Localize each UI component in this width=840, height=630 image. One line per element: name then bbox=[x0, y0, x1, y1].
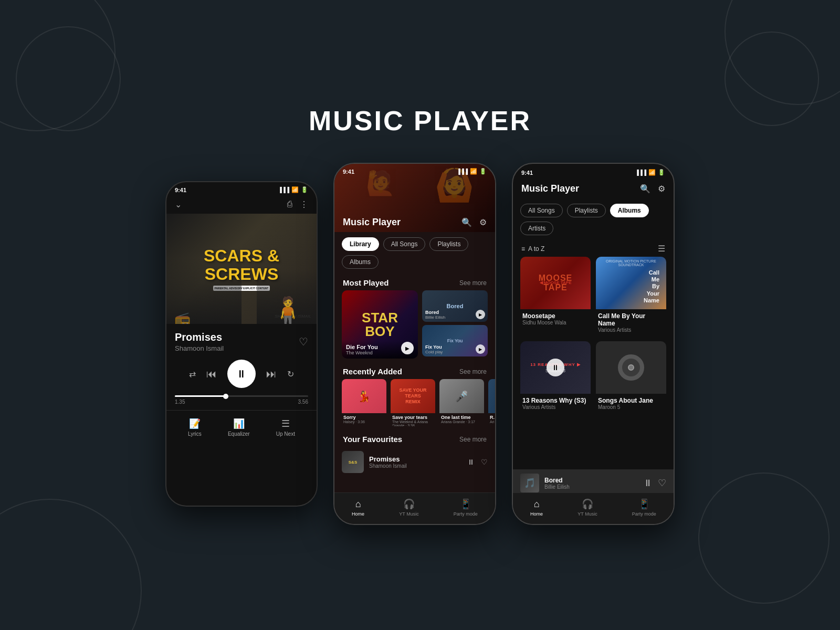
reasons-play-overlay[interactable]: ⏸ bbox=[520, 341, 591, 394]
moosetape-card[interactable]: ◀ MOOSE TAPE MOOSETAPE Moosetape Sidhu M… bbox=[520, 257, 591, 336]
nav-partymode-3[interactable]: 📱 Party mode bbox=[632, 498, 656, 517]
bored-play[interactable]: ▶ bbox=[476, 310, 485, 319]
next-btn[interactable]: ⏭ bbox=[266, 368, 277, 380]
upnext-btn[interactable]: ☰ Up Next bbox=[276, 418, 295, 437]
equalizer-btn[interactable]: 📊 Equalizer bbox=[228, 418, 250, 437]
your-favourites-see-more[interactable]: See more bbox=[459, 436, 487, 443]
app-header-3: Music Player 🔍 ⚙ bbox=[513, 178, 674, 198]
prev-btn[interactable]: ⏮ bbox=[206, 368, 217, 380]
reasons-artist: Various Artists bbox=[522, 404, 589, 410]
tab-allsongs-3[interactable]: All Songs bbox=[520, 204, 563, 217]
ytmusic-label-3: YT Music bbox=[578, 511, 597, 517]
player-header: ⌄ ⎙ ⋮ bbox=[166, 195, 317, 214]
wifi-icon-1: 📶 bbox=[291, 186, 299, 193]
settings-icon-2[interactable]: ⚙ bbox=[479, 217, 487, 227]
np-pause-btn[interactable]: ⏸ bbox=[643, 478, 653, 489]
tab-artists-3[interactable]: Artists bbox=[520, 222, 553, 235]
starboy-card[interactable]: STARBOY Die For You The Weeknd ▶ bbox=[342, 290, 418, 359]
signal-icon-1: ▐▐▐ bbox=[278, 187, 289, 193]
signal-icon-2: ▐▐▐ bbox=[457, 169, 468, 174]
fixyou-info: Fix You Cold play bbox=[425, 344, 443, 354]
app-title-3: Music Player bbox=[521, 183, 579, 194]
bored-card[interactable]: Bored ▶ Bored Billie Eilish bbox=[422, 290, 488, 322]
tab-albums-2[interactable]: Albums bbox=[342, 255, 379, 269]
partymode-icon-3: 📱 bbox=[638, 498, 650, 510]
tab-library[interactable]: Library bbox=[342, 237, 379, 251]
lyrics-label: Lyrics bbox=[188, 431, 202, 437]
sorry-card[interactable]: 💃 Sorry Halsey · 3:36 bbox=[342, 379, 386, 426]
song-title: Promises bbox=[175, 331, 224, 343]
nav-home-3[interactable]: ⌂ Home bbox=[530, 499, 543, 517]
home-label-3: Home bbox=[530, 511, 543, 517]
scars-title: SCARS & SCREWS bbox=[166, 247, 317, 284]
repeat-btn[interactable]: ↻ bbox=[287, 369, 294, 379]
ytmusic-icon-2: 🎧 bbox=[403, 498, 415, 510]
search-icon-3[interactable]: 🔍 bbox=[640, 184, 650, 194]
pause-btn[interactable]: ⏸ bbox=[227, 360, 256, 388]
nav-ytmusic-3[interactable]: 🎧 YT Music bbox=[578, 498, 597, 517]
recently-added-see-more[interactable]: See more bbox=[459, 368, 487, 375]
reasons-card[interactable]: 13 REASONS WHY ▶ Season 3 ⏸ 13 Reasons W… bbox=[520, 341, 591, 413]
signal-icon-3: ▐▐▐ bbox=[635, 170, 646, 175]
settings-icon-3[interactable]: ⚙ bbox=[658, 184, 665, 194]
home-icon-2: ⌂ bbox=[355, 499, 361, 510]
jane-card[interactable]: Songs About Jane Maroon 5 bbox=[596, 341, 666, 413]
fixyou-play[interactable]: ▶ bbox=[476, 344, 485, 354]
bottom-nav-2: ⌂ Home 🎧 YT Music 📱 Party mode bbox=[334, 492, 495, 524]
recently-added-section: Recently Added See more 💃 Sorry Halsey ·… bbox=[334, 363, 495, 430]
nav-ytmusic-2[interactable]: 🎧 YT Music bbox=[399, 498, 418, 517]
most-played-see-more[interactable]: See more bbox=[459, 279, 487, 287]
partymode-icon-2: 📱 bbox=[460, 498, 471, 510]
tab-allsongs[interactable]: All Songs bbox=[383, 237, 426, 251]
back-btn[interactable]: ⌄ bbox=[175, 200, 182, 209]
tab-playlists-3[interactable]: Playlists bbox=[567, 204, 606, 217]
recently-added-title: Recently Added bbox=[343, 367, 402, 376]
battery-icon-3: 🔋 bbox=[658, 169, 665, 176]
time-total: 3.56 bbox=[298, 399, 308, 405]
r-card[interactable]: R. R. Ari bbox=[488, 379, 495, 426]
time-2: 9:41 bbox=[343, 169, 354, 175]
list-view-icon[interactable]: ☰ bbox=[658, 244, 665, 254]
song-info: Promises Shamoon Ismail ♡ bbox=[166, 324, 317, 355]
hero-banner: 🙆 🙋 9:41 ▐▐▐ 📶 🔋 Music Player 🔍 ⚙ bbox=[334, 164, 495, 232]
fav-artist-promises: Shamoon Ismail bbox=[369, 463, 462, 469]
syt-title: Save your tears bbox=[391, 415, 435, 420]
nav-partymode-2[interactable]: 📱 Party mode bbox=[454, 498, 478, 517]
fav-item-promises[interactable]: S&S Promises Shamoon Ismail ⏸ ♡ bbox=[334, 447, 495, 477]
ytmusic-label-2: YT Music bbox=[399, 511, 418, 517]
your-favourites-title: Your Favourites bbox=[343, 435, 402, 444]
playback-controls: ⇄ ⏮ ⏸ ⏭ ↻ bbox=[166, 355, 317, 392]
callme-card[interactable]: ORIGINAL MOTION PICTURE SOUNDTRACK CallM… bbox=[596, 257, 666, 336]
tab-albums-3[interactable]: Albums bbox=[610, 204, 649, 217]
syt-card[interactable]: SAVE YOURTEARSREMIX Save your tears The … bbox=[391, 379, 435, 426]
fav-heart-btn[interactable]: ♡ bbox=[481, 458, 488, 466]
tab-playlists-2[interactable]: Playlists bbox=[429, 237, 468, 251]
fav-pause-btn[interactable]: ⏸ bbox=[467, 458, 475, 466]
lyrics-btn[interactable]: 📝 Lyrics bbox=[188, 418, 202, 437]
more-btn[interactable]: ⋮ bbox=[300, 200, 308, 209]
albums-grid: ◀ MOOSE TAPE MOOSETAPE Moosetape Sidhu M… bbox=[513, 257, 674, 417]
partymode-label-2: Party mode bbox=[454, 511, 478, 517]
nav-home-2[interactable]: ⌂ Home bbox=[352, 499, 364, 517]
search-icon-2[interactable]: 🔍 bbox=[461, 217, 472, 227]
olt-card[interactable]: 🎤 One last time Ariana Grande · 3:17 bbox=[439, 379, 484, 426]
bored-info: Bored Billie Eilish bbox=[425, 310, 445, 320]
sorry-title: Sorry bbox=[342, 415, 386, 420]
album-art-bg: SCARS & SCREWS PARENTAL ADVISORY EXPLICI… bbox=[166, 214, 317, 324]
equalizer-icon: 📊 bbox=[233, 418, 245, 429]
phone-3: 9:41 ▐▐▐ 📶 🔋 Music Player 🔍 ⚙ All Songs … bbox=[512, 163, 675, 525]
np-artist: Billie Eilish bbox=[544, 484, 638, 490]
share-btn[interactable]: ⎙ bbox=[287, 200, 292, 209]
fixyou-card[interactable]: Fix You ▶ Fix You Cold play bbox=[422, 325, 488, 356]
album-art: SCARS & SCREWS PARENTAL ADVISORY EXPLICI… bbox=[166, 214, 317, 324]
progress-track[interactable] bbox=[175, 395, 308, 397]
fav-title-promises: Promises bbox=[369, 455, 462, 463]
np-heart-btn[interactable]: ♡ bbox=[658, 477, 666, 489]
favorite-btn[interactable]: ♡ bbox=[299, 335, 308, 348]
progress-bar-area: 1.35 3.56 bbox=[166, 392, 317, 408]
sort-label-text: A to Z bbox=[528, 245, 544, 253]
wifi-icon-2: 📶 bbox=[470, 168, 477, 175]
big-card-play[interactable]: ▶ bbox=[401, 342, 414, 354]
filter-icon: ≡ bbox=[521, 245, 525, 253]
shuffle-btn[interactable]: ⇄ bbox=[189, 369, 196, 379]
